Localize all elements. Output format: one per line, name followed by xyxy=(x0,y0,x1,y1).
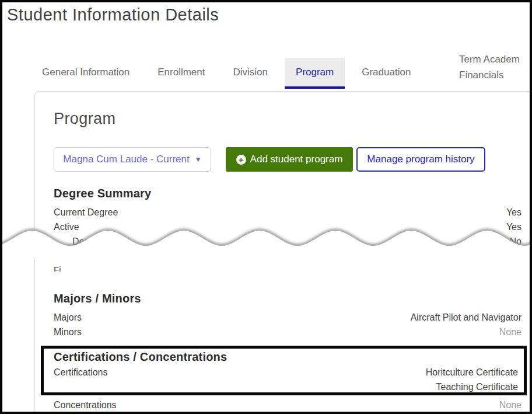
tab-term-academic-financials[interactable]: Term Academ Financials xyxy=(459,51,520,83)
tab-division[interactable]: Division xyxy=(222,58,279,86)
tab-label-line2: Financials xyxy=(459,67,520,83)
certifications-values: Horitculture Certificate Teaching Certif… xyxy=(426,365,518,394)
row-label: Concentrations xyxy=(54,398,117,412)
minors-row: Minors None xyxy=(54,325,522,339)
program-section-heading: Program xyxy=(54,110,116,128)
row-label: Minors xyxy=(54,325,82,339)
row-label: Certifications xyxy=(54,365,107,394)
certification-value: Teaching Certificate xyxy=(426,380,518,394)
manage-program-history-label: Manage program history xyxy=(367,154,474,165)
degree-summary-section: Degree Summary Current Degree Yes Active… xyxy=(54,187,522,249)
degree-row-current-degree: Current Degree Yes xyxy=(54,205,522,220)
annotation-highlight-box: Certifications / Concentrations Certific… xyxy=(41,346,527,395)
majors-minors-section: Majors / Minors Majors Aircraft Pilot an… xyxy=(54,292,522,339)
row-value: Yes xyxy=(506,205,522,220)
torn-text-fragment: Fi.. xyxy=(54,265,66,272)
tab-strip: General Information Enrollment Division … xyxy=(31,58,422,89)
manage-program-history-button[interactable]: Manage program history xyxy=(356,147,485,172)
row-value: None xyxy=(499,325,522,339)
add-student-program-label: Add student program xyxy=(250,154,343,165)
tab-label-line1: Term Academ xyxy=(459,51,520,67)
student-information-details-window: Student Information Details General Info… xyxy=(0,0,532,414)
chevron-down-icon: ▼ xyxy=(195,155,202,163)
majors-row: Majors Aircraft Pilot and Navigator xyxy=(54,310,522,325)
tab-enrollment[interactable]: Enrollment xyxy=(146,58,216,86)
degree-row-active: Active Yes xyxy=(54,220,522,234)
row-value: Aircraft Pilot and Navigator xyxy=(411,310,522,325)
row-value: No xyxy=(510,234,522,249)
tab-general-information[interactable]: General Information xyxy=(31,58,141,86)
tab-program[interactable]: Program xyxy=(285,58,345,89)
page-title: Student Information Details xyxy=(7,5,219,25)
concentrations-row: Concentrations None xyxy=(54,398,522,412)
degree-summary-heading: Degree Summary xyxy=(54,187,522,200)
row-label: Active xyxy=(54,220,79,234)
certification-value: Horitculture Certificate xyxy=(426,365,518,380)
degree-row-degree-seeking-partial: Degree-Seeki No xyxy=(54,234,522,249)
row-label: Majors xyxy=(54,310,82,325)
row-label: Degree-Seeki xyxy=(54,234,130,249)
certifications-concentrations-heading: Certifications / Concentrations xyxy=(54,350,518,364)
tab-graduation[interactable]: Graduation xyxy=(351,58,422,86)
add-student-program-button[interactable]: + Add student program xyxy=(226,147,353,172)
program-selector-dropdown[interactable]: Magna Cum Laude - Current ▼ xyxy=(54,147,211,172)
majors-minors-heading: Majors / Minors xyxy=(54,292,522,305)
row-value: Yes xyxy=(506,220,522,234)
plus-circle-icon: + xyxy=(236,155,246,165)
program-selector-value: Magna Cum Laude - Current xyxy=(63,154,189,165)
certifications-row: Certifications Horitculture Certificate … xyxy=(54,365,518,394)
row-label: Current Degree xyxy=(54,205,118,220)
row-value: None xyxy=(499,398,522,412)
